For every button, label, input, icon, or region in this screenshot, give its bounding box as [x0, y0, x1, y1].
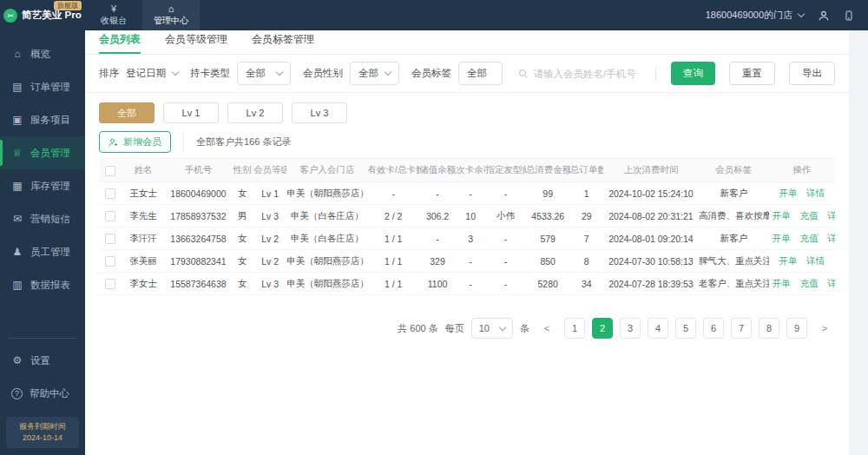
sidebar-item-orders[interactable]: ▤ 订单管理 — [0, 70, 85, 103]
mobile-device-icon[interactable] — [844, 10, 854, 22]
level-tab-all[interactable]: 全部 — [99, 102, 155, 123]
topnav-item-cashier[interactable]: ¥ 收银台 — [85, 0, 142, 30]
cell-cards: 1 / 1 — [367, 250, 418, 273]
crown-icon: ♕ — [11, 147, 23, 159]
tab-member-level-management[interactable]: 会员等级管理 — [165, 32, 227, 54]
details-link[interactable]: 详情 — [827, 210, 835, 221]
sidebar-item-label: 数据报表 — [30, 279, 70, 292]
chevron-down-icon — [172, 69, 179, 76]
export-button[interactable]: 导出 — [789, 62, 835, 85]
recharge-link[interactable]: 充值 — [800, 233, 819, 243]
recharge-link[interactable]: 充值 — [800, 210, 819, 221]
topnav-item-admin-center[interactable]: ⌂ 管理中心 — [142, 0, 200, 30]
page-button-6[interactable]: 6 — [703, 318, 724, 339]
cell-actions: 开单 充值 详情 — [769, 273, 835, 295]
cell-name: 王女士 — [121, 182, 165, 205]
cell-phone: 17858937532 — [165, 205, 231, 228]
details-link[interactable]: 详情 — [806, 188, 825, 198]
chevron-down-icon — [499, 323, 506, 330]
search-input[interactable] — [534, 69, 643, 79]
cell-store: 申美（白各庄店） — [286, 228, 367, 250]
row-checkbox[interactable] — [105, 234, 115, 244]
briefcase-icon: ▣ — [11, 114, 23, 126]
cell-level: Lv 3 — [253, 205, 286, 228]
per-page-label: 每页 — [445, 322, 464, 335]
row-checkbox[interactable] — [105, 256, 115, 267]
sidebar-item-services[interactable]: ▣ 服务项目 — [0, 103, 85, 136]
table-row: 王女士 18600469000 女 Lv 1 申美（朝阳燕莎店） - - - -… — [99, 182, 835, 205]
sidebar-item-reports[interactable]: ▥ 数据报表 — [0, 268, 85, 301]
reset-button[interactable]: 重置 — [729, 62, 775, 85]
cell-phone: 13663264758 — [165, 228, 231, 250]
sidebar-item-help-center[interactable]: ? 帮助中心 — [0, 377, 85, 410]
sidebar-item-settings[interactable]: ⚙ 设置 — [0, 344, 85, 377]
row-checkbox[interactable] — [105, 211, 115, 221]
sidebar-item-label: 会员管理 — [30, 147, 70, 160]
sidebar-item-label: 订单管理 — [30, 81, 70, 94]
open-order-link[interactable]: 开单 — [779, 188, 797, 198]
level-tab-lv2[interactable]: Lv 2 — [227, 102, 283, 123]
page-button-2[interactable]: 2 — [592, 318, 613, 339]
col-name: 姓名 — [121, 159, 165, 182]
page-button-3[interactable]: 3 — [620, 318, 641, 339]
open-order-link[interactable]: 开单 — [773, 278, 791, 288]
store-switcher[interactable]: 18600469000的门店 — [706, 9, 804, 22]
details-link[interactable]: 详情 — [827, 233, 835, 243]
topbar-right: 18600469000的门店 — [706, 0, 868, 30]
sidebar-item-staff[interactable]: ♟ 员工管理 — [0, 235, 85, 268]
col-times-card: 次卡余额 — [456, 159, 485, 182]
card-type-select[interactable]: 全部 — [237, 62, 291, 85]
open-order-link[interactable]: 开单 — [773, 210, 791, 221]
sidebar-item-label: 员工管理 — [30, 246, 70, 259]
cell-actions: 开单 充值 详情 — [769, 228, 835, 250]
sidebar-item-overview[interactable]: ⌂ 概览 — [0, 37, 85, 70]
row-checkbox[interactable] — [105, 188, 115, 199]
col-tags: 会员标签 — [699, 159, 769, 182]
open-order-link[interactable]: 开单 — [779, 255, 797, 266]
per-page-select[interactable]: 10 — [471, 318, 513, 339]
select-all-checkbox[interactable] — [105, 166, 115, 176]
sort-select[interactable]: 登记日期 — [126, 67, 178, 80]
yen-icon: ¥ — [111, 4, 116, 14]
details-link[interactable]: 详情 — [806, 255, 825, 266]
gender-select[interactable]: 全部 — [350, 62, 399, 85]
row-checkbox[interactable] — [105, 279, 115, 289]
cell-balance: 329 — [419, 250, 456, 273]
cell-cards: 2 / 2 — [367, 205, 418, 228]
cell-orders: 8 — [570, 250, 603, 273]
recharge-link[interactable]: 充值 — [800, 278, 819, 288]
col-store: 客户入会门店 — [286, 159, 367, 182]
sidebar-item-sms[interactable]: ✉ 营销短信 — [0, 202, 85, 235]
page-button-9[interactable]: 9 — [786, 318, 807, 339]
page-button-8[interactable]: 8 — [759, 318, 779, 339]
query-button[interactable]: 查询 — [671, 62, 715, 85]
cell-tags: 新客户 — [699, 228, 769, 250]
page-button-1[interactable]: 1 — [564, 318, 585, 339]
col-total-amount: 总消费金额 — [526, 159, 570, 182]
col-phone: 手机号 — [165, 159, 231, 182]
home-icon: ⌂ — [168, 4, 174, 14]
level-tab-lv3[interactable]: Lv 3 — [292, 102, 347, 123]
next-page-button[interactable]: > — [814, 318, 835, 339]
prev-page-button[interactable]: < — [536, 318, 557, 339]
details-link[interactable]: 详情 — [827, 278, 835, 288]
tab-member-list[interactable]: 会员列表 — [99, 32, 141, 54]
page-button-4[interactable]: 4 — [648, 318, 668, 339]
sidebar-item-members[interactable]: ♕ 会员管理 — [0, 136, 85, 169]
level-tab-lv1[interactable]: Lv 1 — [163, 102, 219, 123]
page-button-7[interactable]: 7 — [731, 318, 752, 339]
add-member-button[interactable]: 新增会员 — [99, 131, 171, 153]
cell-level: Lv 1 — [253, 182, 286, 205]
cell-store: 申美（朝阳燕莎店） — [286, 182, 367, 205]
cell-cards: 1 / 1 — [367, 228, 418, 250]
per-page-unit: 条 — [520, 322, 529, 335]
tab-member-tag-management[interactable]: 会员标签管理 — [252, 32, 314, 54]
open-order-link[interactable]: 开单 — [773, 233, 791, 243]
member-tag-select[interactable]: 全部 — [458, 62, 503, 85]
sidebar-item-inventory[interactable]: ▦ 库存管理 — [0, 169, 85, 202]
cell-store: 申美（白各庄店） — [286, 205, 367, 228]
page-button-5[interactable]: 5 — [675, 318, 696, 339]
user-icon[interactable] — [818, 10, 830, 22]
sort-label: 排序 — [99, 67, 119, 80]
col-last-time: 上次消费时间 — [603, 159, 699, 182]
